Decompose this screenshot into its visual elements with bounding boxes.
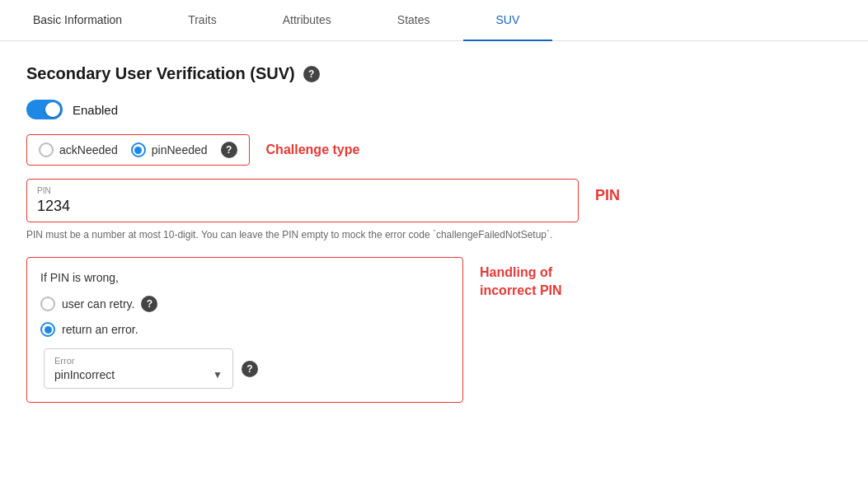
challenge-type-help-icon[interactable]: ? (221, 142, 237, 158)
pin-field-label: PIN (37, 186, 568, 195)
pin-label: PIN (595, 187, 620, 204)
main-container: Basic Information Traits Attributes Stat… (0, 0, 868, 495)
tab-bar: Basic Information Traits Attributes Stat… (0, 0, 868, 41)
retry-radio (40, 297, 55, 311)
radio-option-pinneeded[interactable]: pinNeeded (131, 142, 208, 157)
section-title: Secondary User Verification (SUV) ? (26, 64, 842, 83)
incorrect-pin-section: If PIN is wrong, user can retry. ? retur… (26, 257, 842, 403)
dropdown-arrow-icon: ▼ (213, 369, 223, 381)
enabled-toggle[interactable] (26, 100, 63, 119)
retry-label: user can retry. (62, 297, 134, 311)
return-error-option[interactable]: return an error. (40, 322, 449, 337)
challenge-type-row: ackNeeded pinNeeded ? Challenge type (26, 134, 842, 166)
enabled-toggle-row: Enabled (26, 100, 842, 119)
return-error-radio (40, 322, 55, 337)
radio-pinneeded-outer (131, 142, 146, 157)
incorrect-pin-box: If PIN is wrong, user can retry. ? retur… (26, 257, 463, 403)
retry-option[interactable]: user can retry. ? (40, 296, 449, 312)
error-dropdown-row: Error pinIncorrect ▼ ? (44, 348, 449, 389)
handling-label: Handling ofincorrect PIN (480, 264, 562, 301)
error-field-label: Error (54, 356, 223, 366)
tab-attributes[interactable]: Attributes (250, 0, 364, 41)
return-error-radio-inner (45, 326, 52, 334)
section-title-text: Secondary User Verification (SUV) (26, 64, 295, 83)
pin-hint: PIN must be a number at most 10-digit. Y… (26, 227, 842, 242)
tab-states[interactable]: States (364, 0, 463, 41)
enabled-label: Enabled (73, 103, 118, 117)
title-help-icon[interactable]: ? (303, 66, 320, 82)
error-field-value: pinIncorrect ▼ (54, 368, 223, 381)
tab-suv[interactable]: SUV (463, 0, 553, 41)
retry-help-icon[interactable]: ? (141, 296, 157, 312)
tab-traits[interactable]: Traits (155, 0, 249, 41)
pin-section: PIN 1234 PIN PIN must be a number at mos… (26, 179, 842, 242)
pin-field-wrapper: PIN 1234 (26, 179, 579, 222)
radio-pinneeded-label: pinNeeded (152, 143, 208, 156)
radio-pinneeded-inner (134, 147, 142, 154)
challenge-type-radio-box: ackNeeded pinNeeded ? (26, 134, 250, 166)
content-area: Secondary User Verification (SUV) ? Enab… (0, 41, 868, 426)
incorrect-pin-title: If PIN is wrong, (40, 271, 449, 284)
pin-value[interactable]: 1234 (37, 198, 568, 215)
return-error-label: return an error. (62, 323, 138, 336)
radio-option-ackneeded[interactable]: ackNeeded (39, 142, 118, 157)
error-field[interactable]: Error pinIncorrect ▼ (44, 348, 233, 389)
radio-ackneeded-outer (39, 142, 54, 157)
error-help-icon[interactable]: ? (242, 361, 258, 377)
error-value: pinIncorrect (54, 368, 115, 381)
radio-ackneeded-label: ackNeeded (59, 143, 118, 156)
challenge-type-label: Challenge type (266, 142, 360, 157)
tab-basic-information[interactable]: Basic Information (0, 0, 155, 41)
